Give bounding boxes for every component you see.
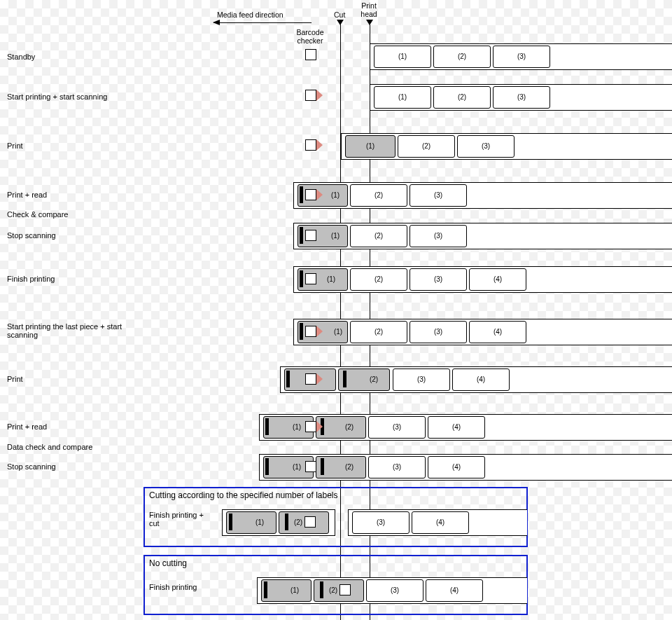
label-cell-printed: (1) xyxy=(261,579,312,602)
row-label-stop-scanning: Stop scanning xyxy=(7,231,168,240)
label-cell: (3) xyxy=(410,321,467,343)
label-strip: (1) (2) (3) xyxy=(370,43,672,70)
label-cell: (4) xyxy=(469,268,526,291)
barcode-icon xyxy=(343,371,346,387)
checker-icon xyxy=(305,189,316,200)
label-cell: (2) xyxy=(433,46,491,68)
panel-cutting-title: Cutting according to the specified numbe… xyxy=(149,490,338,500)
checker-icon xyxy=(305,139,316,151)
label-strip: (1) (2) (3) xyxy=(293,182,672,209)
checker-icon xyxy=(305,421,316,432)
label-cell: (2) xyxy=(350,225,407,247)
label-strip: (1) (2) (3) xyxy=(293,223,672,249)
checker-icon xyxy=(305,461,316,472)
barcode-icon xyxy=(265,458,269,475)
cut-label: Cut xyxy=(334,11,345,19)
label-cell: (2) xyxy=(398,135,455,158)
row-label-finish-printing: Finish printing xyxy=(7,275,168,283)
scanner-active-icon xyxy=(316,326,323,337)
checker-icon xyxy=(305,49,316,60)
label-cell: (3) xyxy=(410,225,467,247)
label-cell: (3) xyxy=(393,368,450,391)
label-cell: (3) xyxy=(493,46,550,68)
checker-icon xyxy=(305,230,316,241)
label-strip: (1) (2) (3) (4) xyxy=(257,577,527,604)
scanner-active-icon xyxy=(316,189,323,200)
label-cell-printed: (1) xyxy=(226,511,276,534)
checker-icon xyxy=(305,273,316,284)
feed-direction-arrow xyxy=(214,22,312,23)
scanner-active-icon xyxy=(316,90,323,101)
label-cell: (3) xyxy=(457,135,514,158)
label-cell: (2) xyxy=(350,184,407,207)
label-cell: (4) xyxy=(428,456,485,478)
label-cell: (3) xyxy=(410,184,467,207)
barcode-icon xyxy=(320,581,323,598)
label-cell: (3) xyxy=(410,268,467,291)
scanner-active-icon xyxy=(316,139,323,151)
row-label-print-read-2: Print + read xyxy=(7,422,168,431)
checker-icon xyxy=(340,584,351,595)
label-cell: (3) xyxy=(368,416,426,439)
label-strip: (1) (2) (3) (4) xyxy=(293,319,672,345)
barcode-icon xyxy=(285,514,288,530)
panel-nocut-title: No cutting xyxy=(149,558,187,568)
panel-cutting-row-label: Finish printing + cut xyxy=(149,511,212,528)
label-strip-cut: (1) (2) xyxy=(222,509,335,536)
barcode-icon xyxy=(265,418,269,435)
row-label-start-print-scan: Start printing + start scanning xyxy=(7,92,168,101)
label-cell: (3) xyxy=(352,511,410,534)
row-label-print-read: Print + read xyxy=(7,191,168,199)
label-strip: (1) (2) (3) (4) xyxy=(293,266,672,293)
label-cell: (2) xyxy=(350,321,407,343)
checker-icon xyxy=(305,373,316,385)
row-label-data-check: Data check and compare xyxy=(7,443,168,451)
row-label-stop-scanning-2: Stop scanning xyxy=(7,462,168,471)
label-cell: (4) xyxy=(452,368,510,391)
label-strip: (3) (4) xyxy=(348,509,527,536)
label-cell: (2) xyxy=(350,268,407,291)
barcode-icon xyxy=(300,270,303,287)
feed-direction-label: Media feed direction xyxy=(217,11,284,19)
row-label-print-2: Print xyxy=(7,375,168,383)
label-cell: (3) xyxy=(366,579,424,602)
diagram-canvas: Media feed direction Cut Print head Barc… xyxy=(133,0,672,620)
label-cell: (4) xyxy=(428,416,485,439)
barcode-icon xyxy=(321,458,324,475)
row-label-standby: Standby xyxy=(7,53,168,61)
label-strip: (1) (2) (3) xyxy=(341,133,672,160)
label-cell: (3) xyxy=(493,86,550,109)
label-cell: (4) xyxy=(426,579,483,602)
print-head-label: Print head xyxy=(358,1,379,18)
panel-nocut-row-label: Finish printing xyxy=(149,583,226,591)
scanner-active-icon xyxy=(316,373,323,385)
label-cell: (4) xyxy=(412,511,469,534)
barcode-icon xyxy=(286,371,290,387)
barcode-icon xyxy=(300,323,303,340)
row-label-check-compare: Check & compare xyxy=(7,210,168,219)
row-label-start-last: Start printing the last piece + start sc… xyxy=(7,322,154,339)
barcode-icon xyxy=(264,581,267,598)
barcode-icon xyxy=(229,514,232,530)
label-cell: (1) xyxy=(374,46,431,68)
scanner-active-icon xyxy=(316,421,323,432)
label-cell: (3) xyxy=(368,456,426,478)
label-strip: (1) (2) (3) xyxy=(370,84,672,111)
label-cell: (4) xyxy=(469,321,526,343)
row-label-print: Print xyxy=(7,142,168,150)
barcode-icon xyxy=(300,186,303,203)
label-cell-printed: (1) xyxy=(345,135,396,158)
panel-no-cutting: No cutting Finish printing (1) (2) (3) (… xyxy=(144,555,528,615)
checker-icon xyxy=(304,516,316,528)
checker-icon xyxy=(305,90,316,101)
label-cell: (2) xyxy=(433,86,491,109)
checker-icon xyxy=(305,326,316,337)
label-strip: (2) (3) (4) xyxy=(280,366,672,393)
panel-cutting: Cutting according to the specified numbe… xyxy=(144,487,528,547)
label-cell: (1) xyxy=(374,86,431,109)
barcode-checker-label: Barcode checker xyxy=(293,28,328,45)
barcode-icon xyxy=(300,227,303,244)
